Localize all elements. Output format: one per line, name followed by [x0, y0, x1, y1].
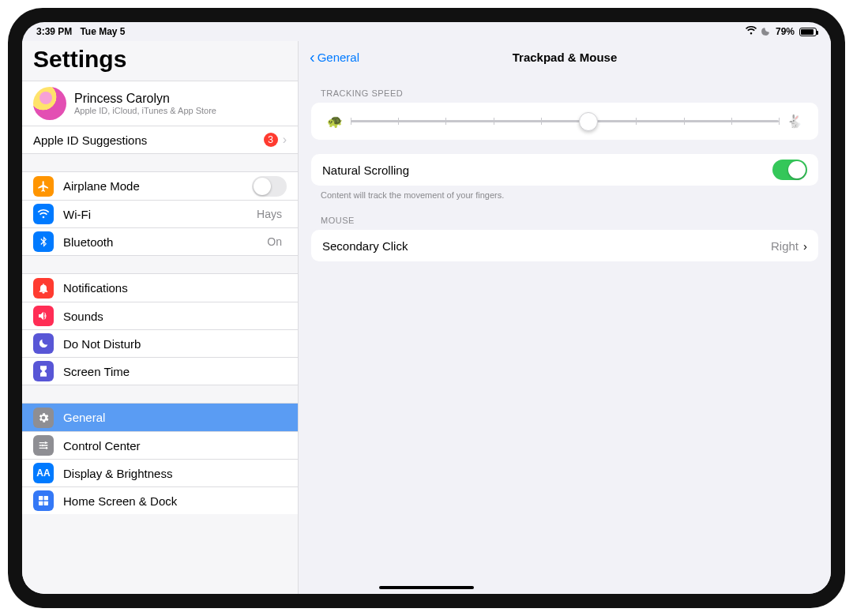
sidebar-item-wi-fi[interactable]: Wi-FiHays — [22, 200, 298, 227]
dnd-moon-icon — [761, 26, 771, 38]
natural-scrolling-note: Content will track the movement of your … — [321, 190, 809, 200]
mouse-header: MOUSE — [321, 216, 809, 225]
sidebar-item-label: Wi-Fi — [63, 208, 257, 221]
status-date: Tue May 5 — [80, 26, 125, 37]
sidebar-apple-id-suggestions[interactable]: Apple ID Suggestions 3 › — [22, 126, 298, 153]
sidebar-item-label: General — [63, 411, 287, 424]
svg-point-0 — [44, 441, 47, 444]
sidebar-item-home-screen-dock[interactable]: Home Screen & Dock — [22, 486, 298, 514]
sidebar-item-label: Notifications — [63, 281, 287, 295]
tortoise-icon: 🐢 — [327, 114, 343, 129]
page-title: Trackpad & Mouse — [513, 51, 618, 64]
sidebar-item-label: Home Screen & Dock — [63, 494, 287, 508]
sidebar-item-screen-time[interactable]: Screen Time — [22, 357, 298, 385]
screen: 3:39 PM Tue May 5 79% Settings — [22, 22, 831, 594]
user-sub: Apple ID, iCloud, iTunes & App Store — [74, 106, 216, 115]
chevron-left-icon: ‹ — [310, 51, 315, 63]
tracking-speed-header: TRACKING SPEED — [321, 88, 809, 98]
hare-icon: 🐇 — [787, 114, 802, 129]
speaker-icon — [33, 306, 54, 326]
sidebar-item-value: Hays — [257, 208, 282, 220]
wifi-icon — [33, 204, 54, 224]
natural-scrolling-switch[interactable] — [772, 160, 807, 180]
moon-icon — [33, 333, 54, 354]
ipad-frame: 3:39 PM Tue May 5 79% Settings — [8, 8, 845, 608]
battery-pct: 79% — [776, 26, 795, 37]
svg-point-2 — [46, 447, 48, 449]
sidebar-item-sounds[interactable]: Sounds — [22, 302, 298, 329]
sidebar-item-do-not-disturb[interactable]: Do Not Disturb — [22, 329, 298, 357]
nav-bar: ‹ General Trackpad & Mouse — [299, 41, 831, 73]
svg-point-1 — [41, 445, 43, 447]
sidebar-user-row[interactable]: Princess Carolyn Apple ID, iCloud, iTune… — [22, 81, 298, 126]
sidebar-item-notifications[interactable]: Notifications — [22, 274, 298, 302]
sidebar-item-label: Bluetooth — [63, 235, 267, 249]
sidebar-item-label: Do Not Disturb — [63, 337, 287, 351]
notification-badge: 3 — [264, 133, 278, 147]
sidebar-item-label: Control Center — [63, 439, 287, 453]
home-indicator[interactable] — [379, 586, 474, 589]
slider-thumb[interactable] — [579, 112, 598, 131]
sidebar-title: Settings — [33, 46, 287, 73]
user-name: Princess Carolyn — [74, 92, 216, 106]
svg-rect-5 — [39, 501, 43, 505]
sidebar-item-label: Sounds — [63, 310, 287, 323]
sliders-icon — [33, 435, 54, 456]
status-time: 3:39 PM — [36, 26, 72, 37]
back-button[interactable]: ‹ General — [310, 51, 359, 64]
avatar — [33, 87, 66, 120]
airplane-mode-switch[interactable] — [252, 176, 287, 197]
gear-icon — [33, 408, 54, 428]
natural-scrolling-row[interactable]: Natural Scrolling — [311, 154, 818, 186]
status-bar: 3:39 PM Tue May 5 79% — [22, 22, 831, 41]
sidebar: Settings Princess Carolyn Apple ID, iClo… — [22, 41, 299, 594]
airplane-icon — [33, 176, 54, 197]
chevron-right-icon: › — [803, 239, 807, 253]
AA-icon: AA — [33, 463, 54, 483]
sidebar-item-label: Airplane Mode — [63, 179, 252, 193]
sidebar-item-display-brightness[interactable]: AADisplay & Brightness — [22, 459, 298, 486]
sidebar-item-bluetooth[interactable]: BluetoothOn — [22, 227, 298, 255]
chevron-right-icon: › — [283, 133, 287, 147]
sidebar-item-general[interactable]: General — [22, 404, 298, 431]
wifi-icon — [746, 26, 757, 37]
sidebar-item-label: Screen Time — [63, 365, 287, 378]
detail-pane: ‹ General Trackpad & Mouse TRACKING SPEE… — [299, 41, 831, 594]
battery-icon — [799, 28, 817, 36]
svg-rect-3 — [39, 496, 43, 500]
sidebar-item-label: Display & Brightness — [63, 467, 287, 480]
bell-icon — [33, 278, 54, 299]
grid-icon — [33, 490, 54, 511]
sidebar-item-value: On — [267, 235, 282, 248]
sidebar-item-control-center[interactable]: Control Center — [22, 431, 298, 459]
bluetooth-icon — [33, 231, 54, 252]
secondary-click-row[interactable]: Secondary Click Right › — [311, 230, 818, 261]
hourglass-icon — [33, 361, 54, 381]
tracking-speed-slider[interactable]: 🐢 🐇 — [322, 103, 807, 140]
sidebar-item-airplane-mode[interactable]: Airplane Mode — [22, 172, 298, 200]
svg-rect-4 — [44, 496, 48, 500]
svg-rect-6 — [44, 501, 48, 505]
